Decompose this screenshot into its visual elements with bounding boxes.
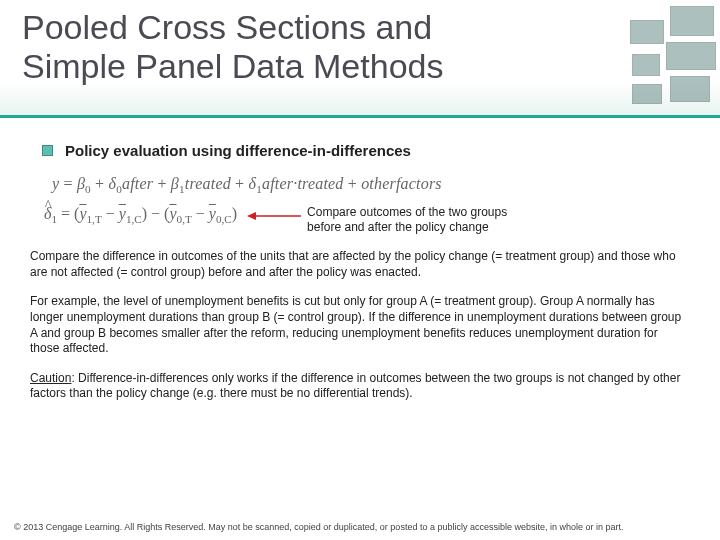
title-line-2: Simple Panel Data Methods: [22, 47, 443, 85]
bullet-heading-row: Policy evaluation using difference-in-di…: [42, 142, 690, 159]
estimator-row: δ1 = (y1,T − y1,C) − (y0,T − y0,C) Compa…: [44, 205, 690, 235]
annotation-box: Compare outcomes of the two groups befor…: [247, 205, 537, 235]
caution-text: : Difference-in-differences only works i…: [30, 371, 680, 401]
slide-content: Policy evaluation using difference-in-di…: [0, 118, 720, 402]
regression-equation: y = β0 + δ0after + β1treated + δ1after·t…: [52, 175, 690, 195]
paragraph-compare: Compare the difference in outcomes of th…: [30, 249, 690, 280]
arrow-left-icon: [247, 211, 301, 221]
annotation-text: Compare outcomes of the two groups befor…: [307, 205, 537, 235]
delta-estimator-equation: δ1 = (y1,T − y1,C) − (y0,T − y0,C): [44, 205, 237, 225]
bullet-icon: [42, 145, 53, 156]
paragraph-example: For example, the level of unemployment b…: [30, 294, 690, 356]
svg-marker-1: [247, 212, 256, 220]
slide-header: Pooled Cross Sections and Simple Panel D…: [0, 0, 720, 118]
bullet-heading: Policy evaluation using difference-in-di…: [65, 142, 411, 159]
copyright-footer: © 2013 Cengage Learning. All Rights Rese…: [14, 522, 706, 532]
paragraph-caution: Caution: Difference-in-differences only …: [30, 371, 690, 402]
title-line-1: Pooled Cross Sections and: [22, 8, 432, 46]
header-decoration: [580, 0, 720, 115]
caution-label: Caution: [30, 371, 71, 385]
